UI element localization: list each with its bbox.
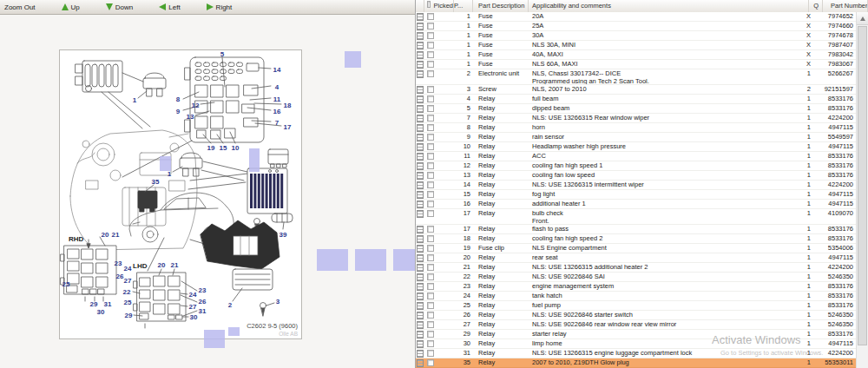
- picked-checkbox[interactable]: [427, 254, 434, 261]
- picked-checkbox[interactable]: [427, 200, 434, 207]
- table-row[interactable]: 21RelayNLS: USE 13266315 additional heat…: [416, 263, 856, 273]
- table-row[interactable]: 35Relay2007 to 2010, Z19DTH Glow plug155…: [416, 358, 856, 368]
- table-row[interactable]: 19Fuse clipNLS Engine compartment1535400…: [416, 244, 856, 253]
- vertical-scrollbar[interactable]: [856, 12, 868, 368]
- header-part-number[interactable]: Part Number: [823, 0, 868, 12]
- table-row[interactable]: 1FuseNLS 60A, MAXIX7983067: [416, 60, 856, 69]
- row-detail-grid-icon[interactable]: [417, 95, 424, 103]
- row-detail-grid-icon[interactable]: [417, 124, 424, 132]
- row-detail-grid-icon[interactable]: [417, 200, 424, 208]
- picked-checkbox[interactable]: [427, 153, 434, 160]
- row-detail-grid-icon[interactable]: [417, 153, 424, 161]
- table-row[interactable]: 4Relayfull beam18533176: [416, 95, 856, 104]
- picked-checkbox[interactable]: [427, 312, 434, 319]
- row-detail-grid-icon[interactable]: [417, 61, 424, 69]
- row-detail-grid-icon[interactable]: [417, 162, 424, 170]
- table-row[interactable]: 29Relaystarter relay18533176: [416, 330, 856, 339]
- row-detail-grid-icon[interactable]: [417, 359, 424, 367]
- table-row[interactable]: 26RelayNLS: USE 90226846 starter switch1…: [416, 311, 856, 320]
- row-detail-grid-icon[interactable]: [417, 292, 424, 300]
- picked-checkbox[interactable]: [427, 32, 434, 39]
- row-detail-grid-icon[interactable]: [417, 172, 424, 180]
- picked-checkbox[interactable]: [427, 350, 434, 357]
- table-row[interactable]: 17Relaybulb checkFront.14109070: [416, 209, 856, 225]
- header-qty[interactable]: Q: [809, 0, 823, 12]
- table-row[interactable]: 8Relayhorn14947115: [416, 123, 856, 133]
- scrollbar-thumb[interactable]: [858, 26, 867, 345]
- picked-checkbox[interactable]: [427, 273, 434, 280]
- picked-checkbox[interactable]: [427, 70, 434, 77]
- pan-down-button[interactable]: Down: [106, 3, 133, 11]
- row-detail-grid-icon[interactable]: [417, 350, 424, 358]
- row-detail-grid-icon[interactable]: [417, 51, 424, 59]
- table-row[interactable]: 1Fuse30AX7974678: [416, 31, 856, 41]
- row-detail-grid-icon[interactable]: [417, 210, 424, 218]
- parts-diagram[interactable]: RHD LHD 15144812111891316717191510135392…: [59, 49, 302, 339]
- header-pos[interactable]: P...: [454, 0, 473, 12]
- picked-checkbox[interactable]: [427, 359, 434, 366]
- row-detail-grid-icon[interactable]: [417, 105, 424, 113]
- pan-left-button[interactable]: Left: [159, 3, 180, 11]
- select-all-checkbox[interactable]: [427, 1, 431, 8]
- row-detail-grid-icon[interactable]: [417, 181, 424, 189]
- table-row[interactable]: 20Relayrear seat14947115: [416, 253, 856, 263]
- picked-checkbox[interactable]: [427, 340, 434, 347]
- row-detail-grid-icon[interactable]: [417, 23, 424, 30]
- table-row[interactable]: 11RelayACC18533176: [416, 152, 856, 161]
- table-row[interactable]: 18Relaycooling fan high speed 218533176: [416, 234, 856, 244]
- picked-checkbox[interactable]: [427, 162, 434, 169]
- scroll-up-button[interactable]: [857, 12, 868, 25]
- picked-checkbox[interactable]: [427, 134, 434, 141]
- row-detail-grid-icon[interactable]: [417, 245, 424, 253]
- table-row[interactable]: 27RelayNLS: USE 90226846 rear window rea…: [416, 320, 856, 330]
- row-detail-grid-icon[interactable]: [417, 264, 424, 272]
- row-detail-grid-icon[interactable]: [417, 254, 424, 262]
- picked-checkbox[interactable]: [427, 331, 434, 338]
- picked-checkbox[interactable]: [427, 245, 434, 252]
- picked-checkbox[interactable]: [427, 95, 434, 102]
- picked-checkbox[interactable]: [427, 321, 434, 328]
- table-row[interactable]: 15Relayfog light14947115: [416, 190, 856, 200]
- table-row[interactable]: 5Relaydipped beam18533176: [416, 104, 856, 114]
- pan-right-button[interactable]: Right: [207, 3, 233, 11]
- table-row[interactable]: 24Relaytank hatch18533176: [416, 292, 856, 301]
- row-detail-grid-icon[interactable]: [417, 302, 424, 310]
- row-detail-grid-icon[interactable]: [417, 340, 424, 348]
- picked-checkbox[interactable]: [427, 264, 434, 271]
- picked-checkbox[interactable]: [427, 302, 434, 309]
- table-row[interactable]: 9Relayrain sensor15549597: [416, 133, 856, 142]
- picked-checkbox[interactable]: [427, 23, 434, 30]
- picked-checkbox[interactable]: [427, 51, 434, 58]
- header-description[interactable]: Part Description: [473, 0, 529, 12]
- picked-checkbox[interactable]: [427, 226, 434, 233]
- table-row[interactable]: 1Fuse40A, MAXIX7983042: [416, 50, 856, 60]
- picked-checkbox[interactable]: [427, 42, 434, 49]
- row-detail-grid-icon[interactable]: [417, 321, 424, 329]
- table-row[interactable]: 1Fuse25AX7974660: [416, 22, 856, 31]
- table-row[interactable]: 10RelayHeadlamp washer high pressure1494…: [416, 142, 856, 152]
- row-detail-grid-icon[interactable]: [417, 86, 424, 94]
- table-row[interactable]: 13Relaycooling fan low speed18533176: [416, 171, 856, 181]
- table-row[interactable]: 23Relayengine management system18533176: [416, 282, 856, 292]
- table-row[interactable]: 3ScrewNLS, 2007 to 2010292151597: [416, 85, 856, 95]
- picked-checkbox[interactable]: [427, 191, 434, 198]
- header-applicability[interactable]: Applicability and comments: [529, 0, 809, 12]
- table-row[interactable]: 1Fuse20AX7974652: [416, 12, 856, 22]
- table-row[interactable]: 1FuseNLS 30A, MINIX7987407: [416, 41, 856, 50]
- picked-checkbox[interactable]: [427, 115, 434, 122]
- row-detail-grid-icon[interactable]: [417, 32, 424, 40]
- table-row[interactable]: 12Relaycooling fan high speed 118533176: [416, 161, 856, 171]
- row-detail-grid-icon[interactable]: [417, 115, 424, 122]
- table-row[interactable]: 14RelayNLS: USE 13266315 intermittent wi…: [416, 181, 856, 190]
- picked-checkbox[interactable]: [427, 143, 434, 150]
- row-detail-grid-icon[interactable]: [417, 273, 424, 281]
- picked-checkbox[interactable]: [427, 13, 434, 20]
- picked-checkbox[interactable]: [427, 292, 434, 299]
- row-detail-grid-icon[interactable]: [417, 283, 424, 291]
- row-detail-grid-icon[interactable]: [417, 191, 424, 199]
- row-detail-grid-icon[interactable]: [417, 312, 424, 319]
- row-detail-grid-icon[interactable]: [417, 143, 424, 151]
- table-row[interactable]: 16Relayadditional heater 114947115: [416, 200, 856, 209]
- picked-checkbox[interactable]: [427, 105, 434, 112]
- row-detail-grid-icon[interactable]: [417, 331, 424, 338]
